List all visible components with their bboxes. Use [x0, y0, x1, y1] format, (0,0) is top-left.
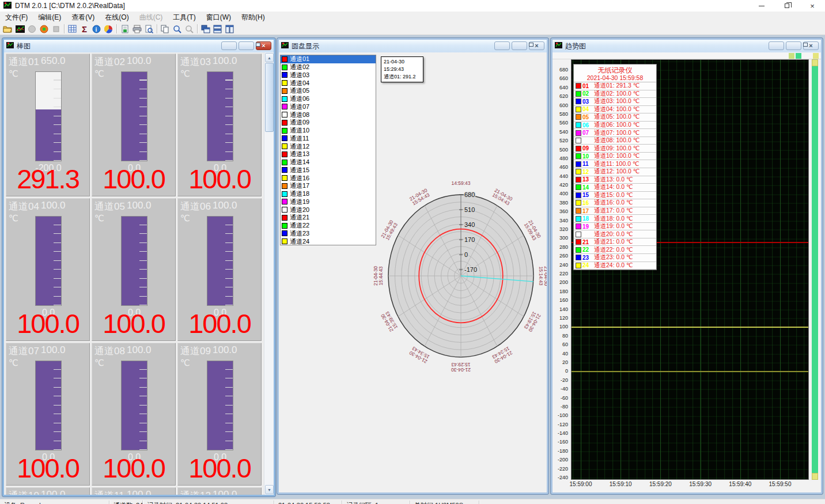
svg-text:Σ: Σ	[82, 25, 87, 33]
scroll-up-icon[interactable]: ▲	[265, 53, 274, 62]
svg-text:-170: -170	[464, 266, 477, 273]
legend-row: 18通道18: 0.0 ℃	[574, 215, 656, 223]
trend-vertical-scrollbar[interactable]	[812, 59, 818, 480]
menu-item[interactable]: 文件(F)	[0, 12, 33, 23]
gauge-channel-name: 通道10	[9, 489, 39, 495]
y-axis-label: -140	[552, 430, 568, 436]
menu-item[interactable]: 帮助(H)	[236, 12, 270, 23]
gauge-max-value: 100.0	[127, 55, 152, 67]
hscroll-thumb[interactable]	[796, 53, 801, 59]
legend-channel-value: 通道19: 0.0 ℃	[594, 222, 633, 230]
scroll-thumb[interactable]	[265, 63, 274, 132]
legend-channel-value: 通道06: 100.0 ℃	[594, 121, 640, 129]
window-close-button[interactable]: ×	[800, 0, 825, 12]
open-file-icon[interactable]	[2, 24, 14, 35]
scroll-down-icon[interactable]: ▼	[265, 485, 274, 494]
gauge-cell: 通道11100.0℃0.0100.0	[92, 487, 176, 495]
legend-color-swatch	[576, 200, 581, 206]
gauge-ticks	[225, 361, 233, 450]
legend-channel-number: 03	[582, 98, 594, 105]
legend-color-swatch	[576, 91, 581, 97]
gauge-max-value: 100.0	[127, 200, 152, 211]
menu-item[interactable]: 窗口(W)	[201, 12, 236, 23]
hscroll-thumb[interactable]	[789, 53, 794, 59]
y-axis-label: 120	[552, 315, 568, 321]
legend-channel-number: 23	[582, 255, 594, 261]
y-axis-label: 520	[552, 138, 568, 143]
gauge-max-value: 100.0	[213, 200, 237, 211]
legend-channel-number: 06	[582, 122, 594, 128]
app-title-bar[interactable]: DTM 2.0.1 [C:\DTM 2.0.2\RealData] ×	[0, 0, 825, 12]
copy-icon[interactable]	[159, 24, 171, 35]
menu-item[interactable]: 曲线(C)	[134, 12, 168, 23]
panel-title: 棒图	[17, 41, 31, 51]
gauge-channel-name: 通道06	[180, 200, 211, 213]
info-icon[interactable]: i	[90, 24, 103, 35]
gauge-channel-name: 通道02	[94, 55, 125, 69]
disk-display-title-bar[interactable]: 圆盘显示 ×	[279, 40, 547, 52]
panel-restore-button[interactable]	[239, 41, 254, 50]
record-idle-icon[interactable]	[26, 24, 38, 35]
gauge-scrollbar[interactable]: ▲ ▼	[264, 52, 274, 495]
trend-chart-title-bar[interactable]: 趋势图 ×	[552, 40, 821, 52]
menu-item[interactable]: 查看(V)	[66, 12, 100, 23]
svg-text:14:59:43: 14:59:43	[451, 180, 470, 186]
gauge-current-value: 100.0	[92, 163, 175, 195]
window-restore-button[interactable]	[774, 0, 800, 12]
panel-minimize-button[interactable]	[494, 41, 510, 50]
gauge-unit: ℃	[94, 69, 104, 79]
panel-maximize-button[interactable]	[512, 41, 527, 50]
zoom-in-icon[interactable]	[171, 24, 183, 35]
panel-icon	[555, 41, 562, 51]
panel-minimize-button[interactable]	[221, 41, 237, 50]
trend-horizontal-scrollbar[interactable]	[552, 52, 821, 59]
statistics-sum-icon[interactable]: Σ	[78, 24, 90, 35]
export-icon[interactable]	[119, 24, 131, 35]
zoom-out-icon[interactable]	[183, 24, 195, 35]
panel-maximize-button[interactable]	[786, 41, 801, 50]
y-axis-label: -160	[552, 439, 568, 445]
menu-item[interactable]: 工具(T)	[168, 12, 200, 23]
gauge-bar	[35, 216, 62, 306]
legend-row: 09通道09: 100.0 ℃	[574, 145, 656, 153]
legend-color-swatch	[576, 138, 581, 143]
print-preview-icon[interactable]	[143, 24, 155, 35]
record-stop-icon[interactable]	[50, 24, 62, 35]
legend-row: 14通道14: 0.0 ℃	[574, 184, 656, 192]
legend-color-swatch	[576, 98, 581, 104]
realtime-chart-icon[interactable]	[14, 24, 26, 35]
y-axis-label: 640	[552, 85, 568, 90]
status-segment: 设备: Record	[0, 501, 109, 504]
gauge-cell: 通道07100.0℃0.0100.0	[6, 343, 90, 486]
data-table-icon[interactable]	[66, 24, 78, 35]
legend-channel-number: 10	[582, 153, 594, 160]
bar-chart-title-bar[interactable]: 棒图 ×	[4, 40, 274, 52]
legend-row: 06通道06: 100.0 ℃	[574, 122, 656, 130]
menu-item[interactable]: 在线(O)	[100, 12, 134, 23]
tile-vertical-icon[interactable]	[224, 24, 236, 35]
legend-channel-value: 通道09: 100.0 ℃	[594, 145, 640, 153]
gauge-max-value: 650.0	[41, 55, 66, 67]
gauge-max-value: 100.0	[213, 344, 237, 356]
status-segment: 总时间:1H8M50S	[410, 501, 479, 504]
gridline-vertical	[740, 60, 741, 479]
record-start-icon[interactable]	[38, 24, 50, 35]
pie-chart-icon[interactable]	[103, 24, 115, 35]
menu-item[interactable]: 编辑(E)	[33, 12, 66, 23]
print-icon[interactable]	[131, 24, 143, 35]
legend-row: 23通道23: 0.0 ℃	[574, 254, 656, 262]
y-axis-label: -120	[552, 422, 568, 427]
panel-minimize-button[interactable]	[769, 41, 784, 50]
legend-channel-number: 16	[582, 200, 594, 206]
gauge-ticks	[225, 217, 233, 305]
x-axis-label: 15:59:10	[602, 481, 639, 487]
window-minimize-button[interactable]	[749, 0, 774, 12]
legend-channel-value: 通道18: 0.0 ℃	[594, 215, 633, 223]
y-axis-label: 360	[552, 209, 568, 214]
tile-horizontal-icon[interactable]	[211, 24, 224, 35]
gauge-unit: ℃	[94, 213, 104, 223]
gauge-current-value: 291.3	[6, 163, 89, 195]
cascade-windows-icon[interactable]	[199, 24, 211, 35]
y-axis-label: 300	[552, 235, 568, 241]
legend-color-swatch	[576, 232, 581, 237]
